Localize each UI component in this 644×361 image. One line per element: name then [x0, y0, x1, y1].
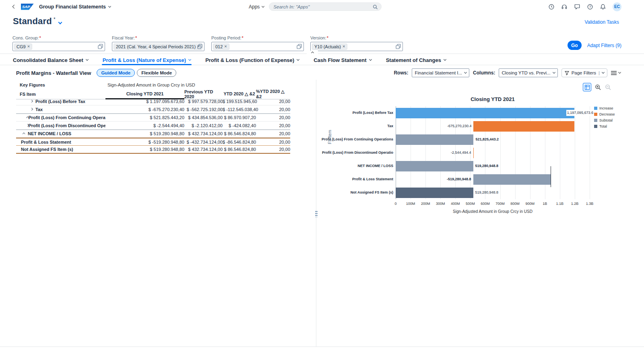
tab-statement-of-changes[interactable]: Statement of Changes: [386, 55, 446, 65]
legend-label: Total: [599, 124, 607, 128]
avatar[interactable]: EC: [613, 2, 621, 11]
chart-legend-toggle-button[interactable]: [583, 83, 591, 91]
category-label: Not Assigned FS Item (s): [351, 186, 393, 199]
variant-selector[interactable]: Standard *: [13, 16, 62, 27]
table-row[interactable]: NET INCOME / LOSS $ 519.280.948,80 $ 432…: [16, 130, 290, 138]
tab-profit-loss-function-of-expense[interactable]: Profit & Loss (Function of Expense): [205, 55, 299, 65]
collapse-icon[interactable]: [23, 132, 28, 135]
chart-bar[interactable]: [396, 188, 473, 198]
bar-value-label: -675,270,230.4: [447, 120, 472, 133]
app-title-menu[interactable]: Group Financial Statements: [39, 4, 111, 10]
cell-value: 20,00: [256, 131, 290, 136]
token-remove-icon[interactable]: ×: [224, 44, 227, 49]
go-button[interactable]: Go: [568, 41, 582, 50]
chart-bar[interactable]: [473, 148, 474, 158]
cell-value: $ 1.197.095.673,60: [105, 99, 184, 104]
table-row[interactable]: Profit (Loss) From Discontinued Operatio…: [16, 122, 290, 130]
filter-field-posting-period: Posting Period:* 012×: [211, 35, 304, 51]
y-axis-title: FS Item: [328, 130, 332, 144]
columns-label: Columns:: [473, 70, 495, 76]
legend-item[interactable]: Subtotal: [594, 118, 615, 122]
expand-icon[interactable]: [31, 100, 35, 102]
value-help-icon[interactable]: [297, 44, 302, 50]
page-filters-button[interactable]: Page Filters |: [561, 68, 607, 77]
column-header-ytd-delta[interactable]: YTD 2020 △ &2: [223, 89, 256, 99]
validation-tasks-link[interactable]: Validation Tasks: [584, 19, 619, 25]
bar-value-label: 519,280,948.8: [475, 159, 499, 173]
token-text: 2021 (Cal. Year, 4 Special Periods 2021): [116, 44, 196, 49]
table-row[interactable]: Not Assigned FS Item (s) $ 519.280.948,8…: [16, 146, 290, 154]
legend-swatch: [594, 113, 597, 116]
value-help-icon[interactable]: [197, 44, 202, 50]
version-input[interactable]: Y10 (Actuals)×: [310, 42, 403, 51]
zoom-in-button[interactable]: [595, 84, 601, 91]
x-tick-label: 0: [388, 202, 404, 206]
x-tick-label: 1.3B: [582, 202, 598, 206]
splitter-grip-icon[interactable]: [315, 210, 318, 217]
fs-item-label: NET INCOME / LOSS: [28, 131, 71, 136]
grid-icon: [585, 85, 590, 90]
expand-icon[interactable]: [31, 108, 35, 110]
column-header-closing-ytd[interactable]: Closing YTD 2021: [105, 89, 184, 99]
column-header-fs-item[interactable]: FS Item: [16, 89, 105, 99]
chart-bar[interactable]: [473, 121, 574, 132]
chevron-down-icon: [108, 4, 111, 7]
table-row[interactable]: Profit (Loss) Before Tax $ 1.197.095.673…: [16, 97, 290, 105]
collapse-header-button[interactable]: [307, 51, 318, 56]
token-remove-icon[interactable]: ×: [27, 44, 30, 49]
category-label: Profit (Loss) From Discontinued Operatio: [322, 146, 393, 159]
gridline: [530, 106, 530, 199]
column-header-previous-ytd[interactable]: Previous YTD 2020: [184, 89, 223, 99]
legend-item[interactable]: Total: [594, 124, 615, 128]
back-button[interactable]: [13, 5, 16, 8]
search-scope-select[interactable]: Apps: [249, 4, 264, 10]
legend-item[interactable]: Decrease: [594, 112, 615, 116]
gridline: [545, 106, 545, 199]
rows-dimension-select[interactable]: Financial Statement I...: [412, 68, 469, 77]
flexible-mode-button[interactable]: Flexible Mode: [137, 69, 176, 77]
chevron-down-icon: [602, 71, 605, 74]
support-icon[interactable]: [561, 4, 568, 10]
sap-logo[interactable]: SAP: [21, 4, 34, 10]
columns-dimension-select[interactable]: Closing YTD vs. Previ...: [499, 68, 557, 77]
value-help-icon[interactable]: [396, 44, 401, 50]
zoom-out-button[interactable]: [605, 84, 611, 91]
measure-caption: Sign-Adjusted Amount in Group Crcy in US…: [107, 83, 195, 87]
value-help-icon[interactable]: [98, 44, 103, 50]
legend-item[interactable]: Increase: [594, 106, 615, 110]
table-row[interactable]: Profit & Loss Statement $ -519.280.948,8…: [16, 138, 290, 146]
chart-bar[interactable]: [473, 174, 551, 185]
filter-label: Cons. Group:: [12, 35, 39, 40]
adapt-filters-link[interactable]: Adapt Filters (9): [587, 43, 621, 48]
guided-mode-button[interactable]: Guided Mode: [97, 69, 135, 77]
help-icon[interactable]: ?: [587, 4, 593, 10]
fiscal-year-input[interactable]: 2021 (Cal. Year, 4 Special Periods 2021)…: [112, 42, 204, 51]
notifications-bell-icon[interactable]: [600, 4, 606, 10]
tab-cash-flow-statement[interactable]: Cash Flow Statement: [314, 55, 371, 65]
tab-consolidated-balance-sheet[interactable]: Consolidated Balance Sheet: [13, 55, 88, 65]
cell-value: 20,00: [256, 140, 290, 144]
chart-bar[interactable]: [396, 134, 473, 145]
cell-value: $ 521.825.443,20: [105, 115, 184, 120]
search-icon[interactable]: [373, 4, 378, 10]
chart-bar[interactable]: [396, 161, 473, 171]
pane-splitter[interactable]: [315, 80, 318, 347]
token-remove-icon[interactable]: ×: [343, 44, 345, 49]
table-row[interactable]: Tax $ -675.270.230,40 $ -562.725.192,00 …: [16, 105, 290, 113]
table-row[interactable]: Profit (Loss) From Continuing Operations…: [16, 113, 290, 122]
recent-activities-icon[interactable]: [548, 4, 555, 10]
shell-search[interactable]: [269, 2, 382, 11]
search-input[interactable]: [273, 4, 371, 9]
cell-value: $ -112.545.038,40: [223, 107, 256, 112]
chevron-down-icon: [188, 58, 191, 61]
cons-group-input[interactable]: CG9×: [12, 42, 105, 51]
columns-value: Closing YTD vs. Previ...: [502, 70, 550, 75]
feedback-icon[interactable]: [574, 4, 580, 10]
tab-profit-loss-nature-of-expense[interactable]: Profit & Loss (Nature of Expense): [103, 55, 191, 65]
zoom-out-icon: [605, 84, 611, 91]
posting-period-input[interactable]: 012×: [211, 42, 304, 51]
view-menu-button[interactable]: [611, 71, 621, 75]
column-header-pct-ytd-delta[interactable]: %YTD 2020 △ &2: [256, 89, 290, 99]
chart-bar[interactable]: [396, 108, 574, 118]
chevron-down-icon: [618, 71, 621, 74]
